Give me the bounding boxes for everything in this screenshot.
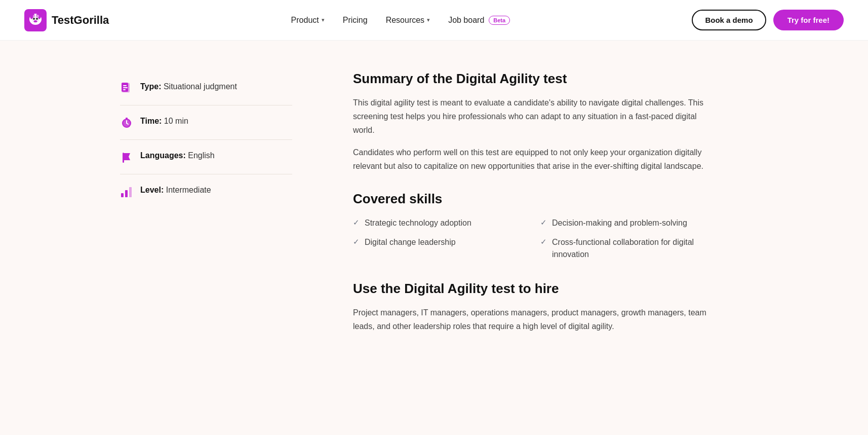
main-content: Summary of the Digital Agility test This… bbox=[353, 71, 707, 341]
nav-resources[interactable]: Resources ▾ bbox=[386, 16, 430, 25]
beta-badge: Beta bbox=[489, 16, 510, 25]
chevron-down-icon: ▾ bbox=[322, 17, 325, 23]
nav-actions: Book a demo Try for free! bbox=[692, 10, 844, 30]
svg-rect-14 bbox=[123, 87, 128, 88]
skill-text-2: Decision-making and problem-solving bbox=[552, 217, 687, 229]
nav-product[interactable]: Product ▾ bbox=[291, 16, 325, 25]
check-icon: ✓ bbox=[540, 218, 547, 227]
skill-text-4: Cross-functional collaboration for digit… bbox=[552, 236, 707, 261]
skills-title: Covered skills bbox=[353, 191, 707, 207]
book-demo-button[interactable]: Book a demo bbox=[692, 10, 766, 30]
skill-item-3: ✓ Digital change leadership bbox=[353, 236, 520, 261]
skill-text-1: Strategic technology adoption bbox=[365, 217, 471, 229]
sidebar: Type: Situational judgment Time: 10 min bbox=[120, 71, 292, 341]
time-icon bbox=[120, 116, 133, 129]
use-section: Use the Digital Agility test to hire Pro… bbox=[353, 281, 707, 333]
svg-rect-20 bbox=[126, 118, 128, 119]
covered-skills-section: Covered skills ✓ Strategic technology ad… bbox=[353, 191, 707, 261]
svg-rect-24 bbox=[129, 187, 132, 197]
skills-grid: ✓ Strategic technology adoption ✓ Decisi… bbox=[353, 217, 707, 261]
nav-pricing[interactable]: Pricing bbox=[343, 16, 368, 25]
svg-rect-22 bbox=[121, 193, 124, 197]
content-area: Type: Situational judgment Time: 10 min bbox=[80, 41, 788, 372]
logo[interactable]: TestGorilla bbox=[24, 9, 109, 31]
logo-text: TestGorilla bbox=[52, 14, 109, 27]
use-desc: Project managers, IT managers, operation… bbox=[353, 306, 707, 333]
nav-links: Product ▾ Pricing Resources ▾ Job board … bbox=[291, 16, 510, 25]
svg-point-7 bbox=[34, 20, 37, 22]
summary-p1: This digital agility test is meant to ev… bbox=[353, 96, 707, 137]
check-icon: ✓ bbox=[353, 218, 360, 227]
type-label: Type: Situational judgment bbox=[140, 81, 237, 92]
try-free-button[interactable]: Try for free! bbox=[773, 10, 844, 30]
nav-jobboard[interactable]: Job board Beta bbox=[448, 16, 510, 25]
navbar: TestGorilla Product ▾ Pricing Resources … bbox=[0, 0, 868, 41]
languages-label: Languages: English bbox=[140, 150, 215, 161]
skill-item-2: ✓ Decision-making and problem-solving bbox=[540, 217, 707, 229]
summary-p2: Candidates who perform well on this test… bbox=[353, 146, 707, 173]
svg-rect-15 bbox=[123, 89, 126, 90]
svg-point-6 bbox=[36, 18, 38, 20]
type-item: Type: Situational judgment bbox=[120, 71, 292, 105]
svg-rect-21 bbox=[123, 153, 124, 163]
use-title: Use the Digital Agility test to hire bbox=[353, 281, 707, 297]
summary-title: Summary of the Digital Agility test bbox=[353, 71, 707, 87]
time-label: Time: 10 min bbox=[140, 116, 188, 127]
languages-item: Languages: English bbox=[120, 140, 292, 174]
skill-item-1: ✓ Strategic technology adoption bbox=[353, 217, 520, 229]
skill-item-4: ✓ Cross-functional collaboration for dig… bbox=[540, 236, 707, 261]
time-item: Time: 10 min bbox=[120, 105, 292, 140]
svg-point-9 bbox=[36, 15, 39, 18]
svg-rect-23 bbox=[125, 190, 128, 197]
logo-icon bbox=[24, 9, 47, 31]
svg-point-5 bbox=[33, 18, 35, 20]
check-icon: ✓ bbox=[353, 237, 360, 246]
page-background: Type: Situational judgment Time: 10 min bbox=[0, 41, 868, 435]
level-item: Level: Intermediate bbox=[120, 174, 292, 208]
level-label: Level: Intermediate bbox=[140, 185, 211, 196]
flag-icon bbox=[120, 151, 133, 164]
check-icon: ✓ bbox=[540, 237, 547, 246]
level-icon bbox=[120, 185, 133, 198]
skill-text-3: Digital change leadership bbox=[365, 236, 456, 248]
svg-point-8 bbox=[33, 15, 36, 18]
chevron-down-icon: ▾ bbox=[427, 17, 430, 23]
type-icon bbox=[120, 82, 133, 95]
svg-rect-13 bbox=[123, 85, 127, 86]
